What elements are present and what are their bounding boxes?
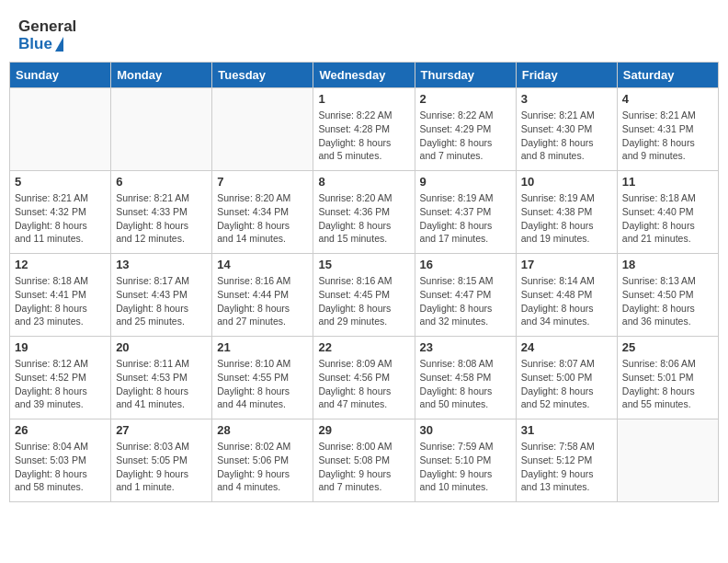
day-info: Sunrise: 8:06 AM Sunset: 5:01 PM Dayligh… [622,357,713,411]
col-header-wednesday: Wednesday [313,63,415,88]
day-info: Sunrise: 8:14 AM Sunset: 4:48 PM Dayligh… [521,274,612,328]
day-info: Sunrise: 8:20 AM Sunset: 4:34 PM Dayligh… [217,191,308,246]
day-cell: 19Sunrise: 8:12 AM Sunset: 4:52 PM Dayli… [10,337,111,419]
day-info: Sunrise: 8:12 AM Sunset: 4:52 PM Dayligh… [15,357,106,411]
day-cell: 10Sunrise: 8:19 AM Sunset: 4:38 PM Dayli… [516,171,617,254]
day-cell: 13Sunrise: 8:17 AM Sunset: 4:43 PM Dayli… [111,254,212,337]
day-number: 10 [521,175,612,189]
day-cell: 3Sunrise: 8:21 AM Sunset: 4:30 PM Daylig… [516,88,617,171]
day-cell: 27Sunrise: 8:03 AM Sunset: 5:05 PM Dayli… [111,419,212,502]
day-info: Sunrise: 8:04 AM Sunset: 5:03 PM Dayligh… [15,440,106,494]
day-cell: 22Sunrise: 8:09 AM Sunset: 4:56 PM Dayli… [313,337,415,419]
day-number: 28 [217,423,308,437]
day-info: Sunrise: 8:18 AM Sunset: 4:41 PM Dayligh… [15,274,106,328]
day-info: Sunrise: 8:03 AM Sunset: 5:05 PM Dayligh… [116,440,207,494]
day-info: Sunrise: 8:16 AM Sunset: 4:45 PM Dayligh… [318,274,409,328]
day-cell: 15Sunrise: 8:16 AM Sunset: 4:45 PM Dayli… [313,254,415,337]
day-cell [111,88,212,171]
day-cell: 30Sunrise: 7:59 AM Sunset: 5:10 PM Dayli… [415,419,516,502]
day-cell: 26Sunrise: 8:04 AM Sunset: 5:03 PM Dayli… [10,419,111,502]
day-number: 27 [116,423,207,437]
day-cell: 12Sunrise: 8:18 AM Sunset: 4:41 PM Dayli… [10,254,111,337]
day-cell: 7Sunrise: 8:20 AM Sunset: 4:34 PM Daylig… [212,171,313,254]
day-info: Sunrise: 8:16 AM Sunset: 4:44 PM Dayligh… [217,274,308,328]
day-cell: 9Sunrise: 8:19 AM Sunset: 4:37 PM Daylig… [415,171,516,254]
day-number: 5 [15,175,106,189]
day-number: 7 [217,175,308,189]
day-number: 24 [521,340,612,354]
day-info: Sunrise: 8:22 AM Sunset: 4:28 PM Dayligh… [318,109,409,163]
day-number: 3 [521,92,612,106]
day-info: Sunrise: 8:08 AM Sunset: 4:58 PM Dayligh… [420,357,511,411]
week-row-1: 1Sunrise: 8:22 AM Sunset: 4:28 PM Daylig… [10,88,719,171]
day-cell: 24Sunrise: 8:07 AM Sunset: 5:00 PM Dayli… [516,337,617,419]
day-cell: 18Sunrise: 8:13 AM Sunset: 4:50 PM Dayli… [617,254,718,337]
day-cell: 23Sunrise: 8:08 AM Sunset: 4:58 PM Dayli… [415,337,516,419]
logo-blue: Blue [18,36,52,53]
day-cell: 28Sunrise: 8:02 AM Sunset: 5:06 PM Dayli… [212,419,313,502]
day-number: 29 [318,423,409,437]
day-info: Sunrise: 8:19 AM Sunset: 4:38 PM Dayligh… [521,191,612,246]
day-cell: 14Sunrise: 8:16 AM Sunset: 4:44 PM Dayli… [212,254,313,337]
day-cell: 11Sunrise: 8:18 AM Sunset: 4:40 PM Dayli… [617,171,718,254]
day-info: Sunrise: 8:21 AM Sunset: 4:33 PM Dayligh… [116,191,207,246]
day-info: Sunrise: 8:10 AM Sunset: 4:55 PM Dayligh… [217,357,308,411]
day-cell: 20Sunrise: 8:11 AM Sunset: 4:53 PM Dayli… [111,337,212,419]
day-cell: 17Sunrise: 8:14 AM Sunset: 4:48 PM Dayli… [516,254,617,337]
day-number: 16 [420,258,511,271]
day-number: 31 [521,423,612,437]
calendar-table: SundayMondayTuesdayWednesdayThursdayFrid… [9,62,719,502]
day-info: Sunrise: 8:21 AM Sunset: 4:30 PM Dayligh… [521,109,612,163]
week-row-2: 5Sunrise: 8:21 AM Sunset: 4:32 PM Daylig… [10,171,719,254]
day-info: Sunrise: 8:19 AM Sunset: 4:37 PM Dayligh… [420,191,511,246]
day-cell: 4Sunrise: 8:21 AM Sunset: 4:31 PM Daylig… [617,88,718,171]
day-number: 18 [622,258,713,271]
col-header-monday: Monday [111,63,212,88]
day-cell: 16Sunrise: 8:15 AM Sunset: 4:47 PM Dayli… [415,254,516,337]
day-cell: 6Sunrise: 8:21 AM Sunset: 4:33 PM Daylig… [111,171,212,254]
day-number: 14 [217,258,308,271]
day-cell: 1Sunrise: 8:22 AM Sunset: 4:28 PM Daylig… [313,88,415,171]
day-number: 30 [420,423,511,437]
day-number: 22 [318,340,409,354]
day-cell: 29Sunrise: 8:00 AM Sunset: 5:08 PM Dayli… [313,419,415,502]
day-cell: 25Sunrise: 8:06 AM Sunset: 5:01 PM Dayli… [617,337,718,419]
day-info: Sunrise: 7:59 AM Sunset: 5:10 PM Dayligh… [420,440,511,494]
day-number: 13 [116,258,207,271]
day-info: Sunrise: 8:20 AM Sunset: 4:36 PM Dayligh… [318,191,409,246]
day-info: Sunrise: 8:21 AM Sunset: 4:31 PM Dayligh… [622,109,713,163]
day-number: 8 [318,175,409,189]
calendar-header-row: SundayMondayTuesdayWednesdayThursdayFrid… [10,63,719,88]
day-number: 26 [15,423,106,437]
day-number: 19 [15,340,106,354]
col-header-tuesday: Tuesday [212,63,313,88]
day-cell: 31Sunrise: 7:58 AM Sunset: 5:12 PM Dayli… [516,419,617,502]
day-number: 25 [622,340,713,354]
day-info: Sunrise: 8:02 AM Sunset: 5:06 PM Dayligh… [217,440,308,494]
col-header-friday: Friday [516,63,617,88]
day-number: 23 [420,340,511,354]
day-number: 2 [420,92,511,106]
day-info: Sunrise: 8:17 AM Sunset: 4:43 PM Dayligh… [116,274,207,328]
day-info: Sunrise: 8:13 AM Sunset: 4:50 PM Dayligh… [622,274,713,328]
logo: General Blue [18,18,76,52]
day-cell [617,419,718,502]
day-info: Sunrise: 8:15 AM Sunset: 4:47 PM Dayligh… [420,274,511,328]
day-number: 21 [217,340,308,354]
day-number: 12 [15,258,106,271]
week-row-3: 12Sunrise: 8:18 AM Sunset: 4:41 PM Dayli… [10,254,719,337]
day-number: 4 [622,92,713,106]
day-number: 20 [116,340,207,354]
day-number: 1 [318,92,409,106]
day-info: Sunrise: 8:22 AM Sunset: 4:29 PM Dayligh… [420,109,511,163]
logo-triangle-icon [55,37,63,52]
logo-general: General [18,18,76,36]
day-number: 11 [622,175,713,189]
day-number: 17 [521,258,612,271]
day-number: 15 [318,258,409,271]
day-cell: 2Sunrise: 8:22 AM Sunset: 4:29 PM Daylig… [415,88,516,171]
day-info: Sunrise: 8:09 AM Sunset: 4:56 PM Dayligh… [318,357,409,411]
day-info: Sunrise: 7:58 AM Sunset: 5:12 PM Dayligh… [521,440,612,494]
day-cell [10,88,111,171]
col-header-thursday: Thursday [415,63,516,88]
